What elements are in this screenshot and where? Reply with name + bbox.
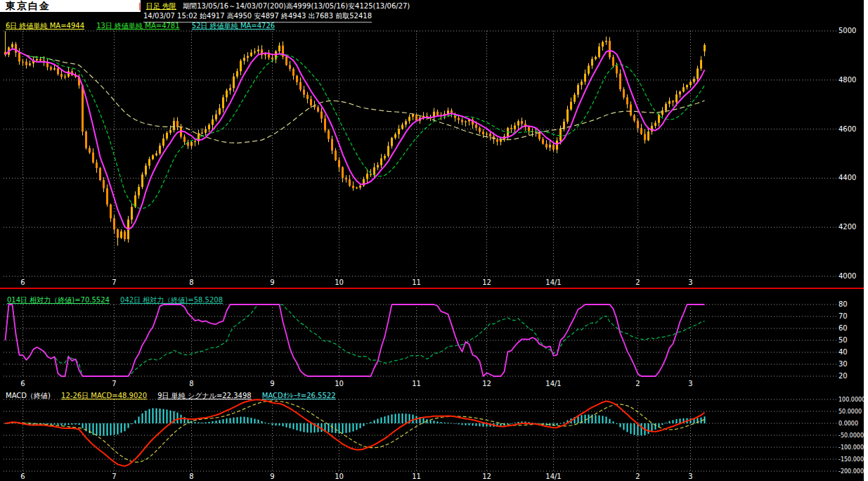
y-axis-tick-label: -100.0000 — [838, 444, 867, 451]
x-axis-month-label: 8 — [189, 380, 193, 387]
instrument-title-box: 東京白金 — [0, 0, 141, 12]
grid-layer — [4, 31, 836, 471]
x-axis-month-label: 10 — [335, 380, 344, 387]
y-axis-tick-label: 50.0000 — [838, 409, 862, 415]
x-axis-month-label: 6 — [20, 380, 25, 387]
x-axis-month-label: 12 — [482, 278, 491, 286]
x-axis-month-label: 7 — [112, 473, 116, 480]
rsi-header: 014日 相対力（終値)=70.5524 042日 相対力（終値)=58.520… — [7, 295, 231, 305]
y-axis-tick-label: 4000 — [838, 272, 856, 280]
legend-ma52[interactable]: 52日 終値単純 MA=4726 — [192, 22, 275, 30]
x-axis-month-label: 14/1 — [545, 473, 561, 480]
x-axis-month-label: 11 — [412, 380, 421, 387]
x-axis-month-label: 3 — [688, 278, 692, 286]
y-axis-tick-label: -150.0000 — [838, 456, 867, 463]
y-axis-tick-label: 4600 — [838, 125, 856, 133]
y-axis-tick-label: -50.0000 — [838, 432, 864, 439]
chart-window: 500048004600440042004000678910111214/123… — [0, 0, 868, 481]
y-axis-tick-label: 5000 — [838, 27, 856, 34]
x-axis-month-label: 11 — [412, 473, 421, 480]
x-axis-month-label: 6 — [20, 278, 25, 286]
period-summary: 期間13/05/16～14/03/07(200)高4999(13/05/16)安… — [183, 2, 410, 10]
x-axis-month-label: 7 — [112, 278, 116, 286]
macd-title: MACD（終値) — [6, 392, 51, 399]
y-axis-tick-label: 30 — [838, 360, 848, 368]
rsi14-label[interactable]: 014日 相対力（終値)=70.5524 — [7, 296, 110, 304]
y-axis-tick-label: 60 — [838, 324, 848, 332]
x-axis-month-label: 9 — [270, 278, 274, 286]
legend-ma13[interactable]: 13日 終値単純 MA=4781 — [96, 22, 179, 30]
ma-lines-layer — [6, 49, 705, 229]
x-axis-month-label: 12 — [482, 380, 491, 387]
y-axis-tick-label: 40 — [838, 348, 848, 356]
ma-legend: 6日 終値単純 MA=4944 13日 終値単純 MA=4781 52日 終値単… — [6, 21, 285, 31]
timeframe-label[interactable]: 日足 先限 — [146, 2, 176, 10]
y-axis-tick-label: 50 — [838, 336, 848, 344]
x-axis-month-label: 12 — [482, 473, 491, 480]
x-axis-month-label: 9 — [270, 473, 274, 480]
y-axis-tick-label: -200.0000 — [838, 468, 867, 475]
x-axis-month-label: 10 — [335, 278, 344, 286]
chart-canvas: 500048004600440042004000678910111214/123… — [0, 0, 868, 481]
macd-header: MACD（終値) 12-26日 MACD=48.9020 9日 単純 シグナル=… — [6, 391, 344, 401]
x-axis-month-label: 3 — [688, 380, 692, 387]
instrument-title: 東京白金 — [6, 0, 51, 11]
y-axis-tick-label: 4400 — [838, 174, 856, 181]
macd-oscillator-label[interactable]: MACDｵｼﾚｰﾀ=26.5522 — [262, 392, 336, 399]
panel-divider-line — [0, 288, 864, 289]
macd-value-label[interactable]: 12-26日 MACD=48.9020 — [61, 392, 147, 399]
red-separator-mark: | — [138, 2, 141, 10]
x-axis-month-label: 10 — [335, 473, 344, 480]
y-axis-tick-label: 4800 — [838, 76, 856, 84]
x-axis-month-label: 9 — [270, 380, 274, 387]
window-right-border — [864, 0, 868, 481]
y-axis-tick-label: 100.0000 — [838, 397, 865, 403]
y-axis-tick-label: 20 — [838, 372, 848, 380]
x-axis-month-label: 2 — [635, 278, 640, 286]
axis-labels-layer: 500048004600440042004000678910111214/123… — [20, 27, 867, 480]
chart-info-row: | 日足 先限 期間13/05/16～14/03/07(200)高4999(13… — [138, 1, 410, 11]
macd-histogram-layer — [5, 408, 706, 435]
x-axis-month-label: 7 — [112, 380, 116, 387]
x-axis-month-label: 6 — [20, 473, 25, 480]
x-axis-month-label: 3 — [688, 473, 692, 480]
rsi42-label[interactable]: 042日 相対力（終値)=58.5208 — [120, 296, 223, 304]
y-axis-tick-label: 70 — [838, 312, 848, 320]
x-axis-month-label: 2 — [635, 473, 640, 480]
x-axis-month-label: 2 — [635, 380, 640, 387]
y-axis-tick-label: 4200 — [838, 223, 856, 231]
x-axis-month-label: 14/1 — [545, 278, 561, 286]
legend-ma6[interactable]: 6日 終値単純 MA=4944 — [6, 22, 84, 30]
macd-signal-label[interactable]: 9日 単純 シグナル=22.3498 — [157, 392, 251, 399]
x-axis-month-label: 8 — [189, 473, 193, 480]
x-axis-month-label: 11 — [412, 278, 421, 286]
x-axis-month-label: 8 — [189, 278, 193, 286]
x-axis-month-label: 14/1 — [545, 380, 561, 387]
y-axis-tick-label: 80 — [838, 300, 848, 308]
y-axis-tick-label: 0.0000 — [838, 421, 858, 427]
